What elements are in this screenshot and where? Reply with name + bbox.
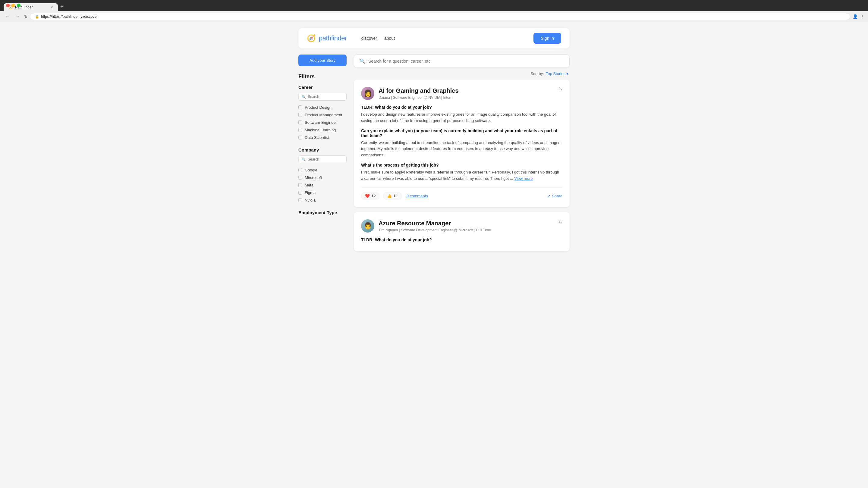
thumbs-up-icon: 👍 [387,194,392,198]
company-search-icon: 🔍 [302,158,306,161]
career-filter-title: Career [299,85,347,90]
list-item: Meta [299,181,347,189]
company-microsoft-checkbox[interactable] [299,175,302,180]
career-data-scientist-label: Data Scientist [305,135,329,140]
url-text: https://https://pathfinder.fyi/discover [41,14,98,19]
forward-button[interactable]: → [14,13,22,20]
tab-close-button[interactable]: ✕ [50,5,53,9]
avatar: 👩 [361,87,374,100]
company-nvidia-label: Nvidia [305,198,315,202]
career-filter-section: Career 🔍 Product Design [299,85,347,141]
view-more-link[interactable]: View more [514,176,532,181]
share-label: Share [552,194,562,198]
heart-reaction-button[interactable]: ❤️ 12 [361,192,379,200]
minimize-window-button[interactable] [11,4,15,7]
story-footer: ❤️ 12 👍 11 8 comments ↗ Share [361,187,562,200]
filters-title: Filters [299,73,347,80]
sort-chevron-icon: ▾ [566,71,568,76]
career-product-design-checkbox[interactable] [299,105,302,109]
maximize-window-button[interactable] [17,4,21,7]
heart-count: 12 [371,194,375,198]
share-button[interactable]: ↗ Share [547,194,562,198]
close-window-button[interactable] [6,4,10,7]
nav-about-link[interactable]: about [384,36,395,41]
logo-text: pathfinder [319,34,347,42]
nav-links: discover about [361,36,395,41]
company-figma-checkbox[interactable] [299,191,302,195]
like-count: 11 [393,194,398,198]
story-header: 👨 Azure Resource Manager Tim Nguyen | So… [361,219,562,233]
story-question-1: TLDR: What do you do at your job? [361,237,562,242]
comments-link[interactable]: 8 comments [407,194,428,198]
story-meta: AI for Gaming and Graphics Daiana | Soft… [378,87,554,100]
story-card: 👩 AI for Gaming and Graphics Daiana | So… [354,79,569,207]
story-author: Daiana [378,96,390,100]
company-meta-checkbox[interactable] [299,183,302,187]
employment-filter-section: Employment Type [299,210,347,215]
story-author-role: Daiana | Software Engineer @ NVIDIA | In… [378,96,554,100]
sort-value-text: Top Stories [546,71,565,76]
career-machine-learning-checkbox[interactable] [299,128,302,132]
search-bar: 🔍 [354,55,569,68]
employment-filter-title: Employment Type [299,210,347,215]
main-layout: Add your Story Filters Career 🔍 [299,55,569,256]
page-wrapper: 🧭 pathfinder discover about Sign In Add … [0,22,868,488]
career-search-input[interactable] [308,95,343,99]
story-answer-2: Currently, we are building a tool to str… [361,140,562,158]
career-data-scientist-checkbox[interactable] [299,135,302,139]
company-figma-label: Figma [305,190,315,195]
company-search-input[interactable] [308,157,343,161]
company-meta-label: Meta [305,183,313,187]
list-item: Software Engineer [299,119,347,126]
page-content: 🧭 pathfinder discover about Sign In Add … [299,28,569,482]
story-header: 👩 AI for Gaming and Graphics Daiana | So… [361,87,562,100]
address-bar[interactable]: 🔒 https://https://pathfinder.fyi/discove… [30,13,850,20]
career-product-management-checkbox[interactable] [299,113,302,117]
search-icon: 🔍 [360,59,365,64]
list-item: Product Management [299,111,347,119]
list-item: Mircrosoft [299,174,347,181]
list-item: Nvidia [299,196,347,204]
sidebar: Add your Story Filters Career 🔍 [299,55,347,221]
like-reaction-button[interactable]: 👍 11 [383,192,401,200]
add-story-button[interactable]: Add your Story [299,55,347,66]
sort-bar: Sort by: Top Stories ▾ [354,71,569,76]
nav-discover-link[interactable]: discover [361,36,377,41]
story-title: AI for Gaming and Graphics [378,87,554,95]
story-author: Tim Nguyen [378,228,398,232]
career-search-box[interactable]: 🔍 [299,93,347,101]
navbar: 🧭 pathfinder discover about Sign In [299,28,569,48]
content-area: 🔍 Sort by: Top Stories ▾ [354,55,569,256]
company-filter-title: Company [299,147,347,153]
avatar-image: 👩 [364,90,372,97]
career-search-icon: 🔍 [302,95,306,99]
refresh-button[interactable]: ↻ [24,14,27,19]
sort-label: Sort by: [530,71,544,76]
profile-button[interactable]: 👤 [852,14,858,19]
story-role: Software Development Engineer @ Microsof… [401,228,491,232]
company-search-box[interactable]: 🔍 [299,156,347,163]
story-answer-3: First, make sure to apply! Preferably wi… [361,169,562,182]
avatar: 👨 [361,219,374,233]
new-tab-button[interactable]: + [58,2,66,11]
company-nvidia-checkbox[interactable] [299,198,302,202]
signin-button[interactable]: Sign In [533,33,561,44]
company-filter-list: Google Mircrosoft Meta [299,166,347,204]
heart-icon: ❤️ [365,194,370,198]
avatar-image: 👨 [364,222,372,230]
logo-area[interactable]: 🧭 pathfinder [307,34,347,42]
story-answer-1: I develop and design new features or imp… [361,111,562,124]
search-bar-container: 🔍 [354,55,569,68]
company-google-checkbox[interactable] [299,168,302,172]
company-microsoft-label: Mircrosoft [305,175,322,180]
menu-button[interactable]: ⋮ [860,14,864,19]
career-software-engineer-checkbox[interactable] [299,121,302,124]
sort-dropdown[interactable]: Top Stories ▾ [546,71,568,76]
back-button[interactable]: ← [4,13,11,20]
story-title: Azure Resource Manager [378,219,554,227]
search-input[interactable] [368,59,564,64]
story-question-2: Can you explain what you (or your team) … [361,128,562,138]
list-item: Google [299,166,347,174]
company-google-label: Google [305,168,317,172]
story-role: Software Engineer @ NVIDIA | Intern [393,96,453,100]
